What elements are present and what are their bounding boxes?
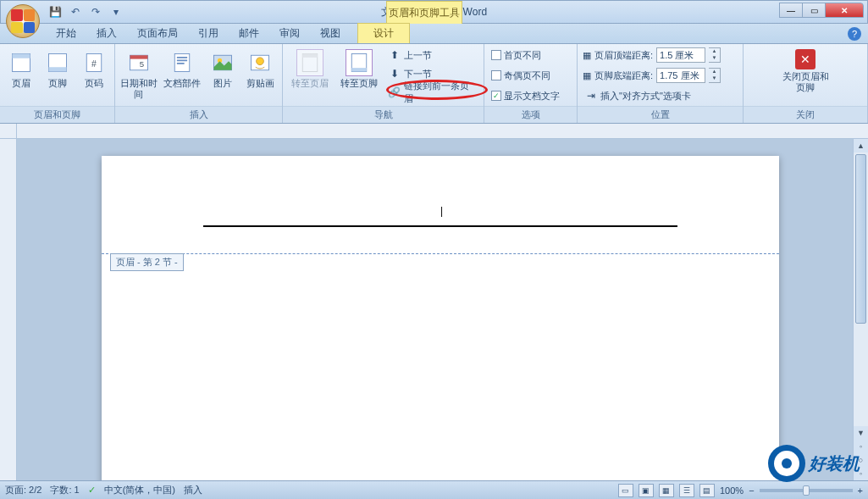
- qat-more-button[interactable]: ▾: [108, 3, 124, 20]
- tab-view[interactable]: 视图: [310, 24, 351, 43]
- maximize-button[interactable]: ▭: [802, 3, 826, 18]
- title-bar: 💾 ↶ ↷ ▾ 文档 1 - Microsoft Word 页眉和页脚工具 — …: [0, 0, 868, 24]
- zoom-level[interactable]: 100%: [720, 485, 744, 496]
- status-bar: 页面: 2/2 字数: 1 ✓ 中文(简体，中国) 插入 ▭ ▣ ▦ ☰ ▤ 1…: [0, 480, 868, 499]
- group-label: 位置: [578, 106, 743, 123]
- watermark-text: 好装机: [809, 452, 860, 475]
- page[interactable]: | 页眉 - 第 2 节 -: [102, 156, 779, 480]
- footer-bottom-input[interactable]: 1.75 厘米: [656, 68, 705, 83]
- close-window-button[interactable]: ✕: [825, 3, 864, 18]
- goto-footer-button[interactable]: 转至页脚: [335, 46, 383, 89]
- web-layout-view-button[interactable]: ▦: [659, 484, 674, 497]
- different-first-page-checkbox[interactable]: 首页不同: [488, 46, 573, 64]
- zoom-in-button[interactable]: +: [858, 485, 863, 496]
- svg-rect-18: [302, 54, 318, 58]
- document-scroll[interactable]: | 页眉 - 第 2 节 - ▲ ▼ ◦ ○ ◦: [17, 139, 868, 480]
- tab-review[interactable]: 审阅: [269, 24, 310, 43]
- footer-button[interactable]: 页脚: [40, 46, 75, 89]
- svg-text:#: #: [91, 58, 97, 69]
- link-icon: 🔗: [388, 86, 401, 99]
- close-icon: ✕: [795, 49, 815, 69]
- group-label: 关闭: [744, 106, 867, 123]
- picture-button[interactable]: 图片: [206, 46, 240, 89]
- header-boundary: [102, 253, 779, 254]
- redo-button[interactable]: ↷: [87, 3, 104, 20]
- goto-header-button: 转至页眉: [286, 46, 334, 89]
- vertical-scrollbar[interactable]: ▲ ▼ ◦ ○ ◦: [853, 139, 868, 480]
- calendar-icon: 5: [125, 49, 152, 76]
- group-insert: 5 日期和时间 文档部件 图片 剪贴画 插入: [115, 44, 283, 123]
- group-navigation: 转至页眉 转至页脚 ⬆ 上一节 ⬇ 下一节 🔗 链接到前一条页眉: [283, 44, 484, 123]
- tab-mailings[interactable]: 邮件: [229, 24, 269, 43]
- group-header-footer: 页眉 页脚 # 页码 页眉和页脚: [0, 44, 115, 123]
- contextual-tab-title: 页眉和页脚工具: [386, 1, 462, 25]
- office-button[interactable]: [6, 4, 40, 38]
- scroll-thumb[interactable]: [855, 154, 866, 324]
- svg-rect-10: [177, 57, 187, 58]
- group-position: ▦ 页眉顶端距离: 1.5 厘米 ▲▼ ▦ 页脚底端距离: 1.75 厘米 ▲▼…: [578, 44, 744, 123]
- quick-access-toolbar: 💾 ↶ ↷ ▾: [47, 3, 124, 20]
- svg-rect-11: [177, 60, 187, 62]
- watermark: 好装机: [768, 445, 860, 482]
- tab-references[interactable]: 引用: [188, 24, 229, 43]
- vertical-ruler[interactable]: [0, 139, 17, 480]
- draft-view-button[interactable]: ▤: [699, 484, 715, 497]
- header-from-top-row: ▦ 页眉顶端距离: 1.5 厘米 ▲▼: [581, 46, 739, 64]
- minimize-button[interactable]: —: [779, 3, 803, 18]
- quick-parts-button[interactable]: 文档部件: [161, 46, 204, 89]
- zoom-slider[interactable]: [760, 489, 853, 492]
- different-odd-even-checkbox[interactable]: 奇偶页不同: [488, 66, 573, 85]
- goto-header-icon: [296, 49, 323, 76]
- insert-alignment-tab-button[interactable]: ⇥ 插入"对齐方式"选项卡: [581, 86, 739, 105]
- full-screen-view-button[interactable]: ▣: [639, 484, 654, 497]
- horizontal-ruler[interactable]: [0, 124, 868, 139]
- watermark-logo-icon: [768, 445, 805, 482]
- header-edit-area[interactable]: [203, 213, 677, 227]
- goto-footer-icon: [346, 49, 373, 76]
- tab-page-layout[interactable]: 页面布局: [127, 24, 188, 43]
- scroll-up-button[interactable]: ▲: [854, 139, 868, 152]
- clipart-button[interactable]: 剪贴画: [241, 46, 279, 89]
- spinner[interactable]: ▲▼: [709, 68, 721, 83]
- print-layout-view-button[interactable]: ▭: [618, 484, 633, 497]
- group-options: 首页不同 奇偶页不同 ✓ 显示文档文字 选项: [484, 44, 578, 123]
- undo-button[interactable]: ↶: [67, 3, 84, 20]
- window-controls: — ▭ ✕: [780, 3, 864, 18]
- zoom-out-button[interactable]: −: [749, 485, 754, 496]
- svg-point-16: [257, 58, 264, 65]
- svg-rect-12: [177, 63, 185, 64]
- checkbox-icon: [491, 70, 501, 80]
- svg-rect-20: [351, 68, 367, 71]
- header-top-input[interactable]: 1.5 厘米: [656, 47, 705, 63]
- word-count[interactable]: 字数: 1: [50, 484, 79, 496]
- save-button[interactable]: 💾: [47, 3, 64, 20]
- scroll-down-button[interactable]: ▼: [854, 426, 868, 440]
- header-button[interactable]: 页眉: [3, 46, 38, 89]
- insert-mode[interactable]: 插入: [184, 484, 202, 496]
- tab-design[interactable]: 设计: [357, 23, 410, 43]
- document-area: | 页眉 - 第 2 节 - ▲ ▼ ◦ ○ ◦: [0, 139, 868, 480]
- picture-icon: [209, 49, 236, 76]
- previous-section-button[interactable]: ⬆ 上一节: [384, 46, 480, 64]
- status-right: ▭ ▣ ▦ ☰ ▤ 100% − +: [618, 484, 863, 497]
- link-to-previous-button[interactable]: 🔗 链接到前一条页眉: [384, 83, 480, 102]
- help-button[interactable]: ?: [848, 27, 861, 41]
- show-document-text-checkbox[interactable]: ✓ 显示文档文字: [488, 86, 573, 105]
- page-indicator[interactable]: 页面: 2/2: [5, 484, 41, 496]
- group-close: ✕ 关闭页眉和页脚 关闭: [744, 44, 868, 123]
- outline-view-button[interactable]: ☰: [679, 484, 694, 497]
- quick-parts-icon: [169, 49, 196, 76]
- close-header-footer-button[interactable]: ✕ 关闭页眉和页脚: [781, 46, 830, 93]
- tab-home[interactable]: 开始: [46, 24, 86, 43]
- tab-insert[interactable]: 插入: [86, 24, 127, 43]
- date-time-button[interactable]: 5 日期和时间: [119, 46, 159, 100]
- align-tab-icon: ⇥: [584, 89, 598, 103]
- checkbox-icon: [491, 50, 501, 60]
- language-indicator[interactable]: 中文(简体，中国): [104, 484, 175, 496]
- proofing-icon[interactable]: ✓: [88, 485, 96, 496]
- ribbon-tabs: 开始 插入 页面布局 引用 邮件 审阅 视图 设计 ?: [0, 24, 868, 44]
- group-label: 选项: [484, 106, 577, 123]
- zoom-thumb[interactable]: [803, 485, 810, 496]
- spinner[interactable]: ▲▼: [709, 47, 721, 63]
- page-number-button[interactable]: # 页码: [76, 46, 111, 89]
